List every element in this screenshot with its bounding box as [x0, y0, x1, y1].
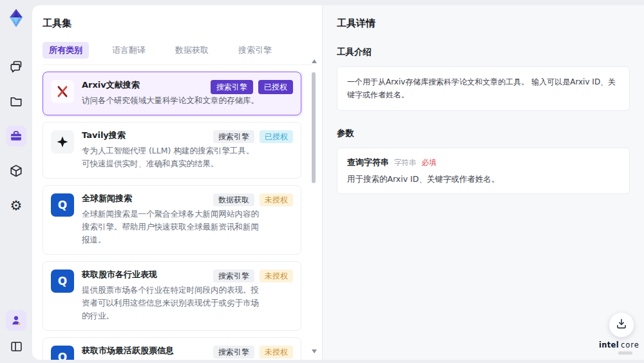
param-required-flag: 必填 — [422, 158, 437, 168]
tab-data-fetching[interactable]: 数据获取 — [169, 42, 215, 59]
tab-search-engine[interactable]: 搜索引擎 — [232, 42, 278, 59]
category-badge: 搜索引擎 — [211, 80, 253, 94]
auth-status-badge: 未授权 — [260, 193, 293, 206]
main-content-card: 工具集 所有类别 语言翻译 数据获取 搜索引擎 Arxiv文献搜索 访问各个研究… — [32, 5, 644, 360]
param-type: 字符串 — [394, 158, 417, 168]
param-desc: 用于搜索的Arxiv ID、关键字或作者姓名。 — [347, 174, 620, 185]
download-icon — [615, 317, 628, 333]
sparkle-star-logo-icon — [51, 130, 74, 153]
nav-packages-button[interactable] — [6, 161, 26, 181]
user-profile-button[interactable] — [6, 310, 26, 331]
auth-status-badge: 已授权 — [258, 80, 293, 94]
tool-desc: 全球新闻搜索是一个聚合全球各大新闻网站内容的搜索引擎。帮助用户快速获取全球最新资… — [82, 208, 260, 246]
folder-icon — [9, 94, 23, 108]
detail-title: 工具详情 — [337, 17, 630, 30]
intro-heading: 工具介绍 — [337, 46, 630, 58]
q-search-logo-icon: Q — [51, 346, 74, 360]
tool-list: Arxiv文献搜索 访问各个研究领域大量科学论文和文章的存储库。 搜索引擎 已授… — [43, 72, 312, 360]
download-button[interactable] — [609, 313, 634, 337]
tool-item-tavily[interactable]: Tavily搜索 专为人工智能代理 (LLM) 构建的搜索引擎工具。可快速提供实… — [43, 122, 301, 179]
page-title: 工具集 — [43, 17, 312, 30]
arxiv-x-logo-icon — [51, 80, 74, 103]
nav-settings-button[interactable]: ⚙ — [6, 195, 26, 216]
auth-status-badge: 未授权 — [260, 346, 293, 358]
list-scrollbar[interactable] — [311, 59, 316, 353]
core-logo-text: core — [621, 340, 639, 349]
auth-status-badge: 未授权 — [260, 270, 293, 282]
scrollbar-thumb[interactable] — [312, 72, 316, 183]
tool-item-sector-performance[interactable]: Q 获取股市各行业表现 提供股票市场各个行业在特定时间段内的表现。投资者可以利用… — [43, 261, 301, 331]
tool-item-global-news[interactable]: Q 全球新闻搜索 全球新闻搜索是一个聚合全球各大新闻网站内容的搜索引擎。帮助用户… — [43, 185, 301, 255]
tool-list-panel: 工具集 所有类别 语言翻译 数据获取 搜索引擎 Arxiv文献搜索 访问各个研究… — [32, 5, 322, 360]
package-icon — [9, 164, 23, 178]
intel-core-logo: intelcore — [599, 340, 635, 355]
intro-box: 一个用于从Arxiv存储库搜索科学论文和文章的工具。 输入可以是Arxiv ID… — [337, 66, 630, 111]
scroll-down-arrow-icon[interactable] — [312, 349, 317, 353]
category-badge: 搜索引擎 — [213, 270, 254, 282]
scroll-up-arrow-icon[interactable] — [312, 59, 317, 63]
category-tabs: 所有类别 语言翻译 数据获取 搜索引擎 — [43, 42, 312, 65]
panel-toggle-icon — [10, 340, 23, 353]
category-badge: 搜索引擎 — [213, 130, 254, 143]
tool-detail-panel: 工具详情 工具介绍 一个用于从Arxiv存储库搜索科学论文和文章的工具。 输入可… — [322, 5, 644, 360]
tool-item-arxiv[interactable]: Arxiv文献搜索 访问各个研究领域大量科学论文和文章的存储库。 搜索引擎 已授… — [43, 72, 301, 115]
nav-chat-button[interactable] — [6, 56, 26, 77]
gear-icon: ⚙ — [10, 199, 23, 213]
tool-desc: 提供当天交易量最高的股票列表。投资者可以利用这些信息来识别流动性强的股票和潜在的… — [82, 359, 260, 360]
intel-logo-text: intel — [599, 340, 619, 349]
auth-status-badge: 已授权 — [260, 130, 293, 143]
tab-language-translation[interactable]: 语言翻译 — [106, 42, 152, 59]
intel-core-sub-badge — [618, 351, 632, 355]
collapse-panel-button[interactable] — [6, 336, 26, 357]
param-name: 查询字符串 — [347, 157, 389, 168]
tool-desc: 访问各个研究领域大量科学论文和文章的存储库。 — [82, 94, 259, 107]
user-icon — [10, 314, 23, 327]
params-heading: 参数 — [337, 128, 630, 139]
toolbox-icon — [9, 129, 23, 143]
tool-desc: 专为人工智能代理 (LLM) 构建的搜索引擎工具。可快速提供实时、准确和真实的结… — [82, 144, 260, 170]
app-logo-gem-icon[interactable] — [5, 7, 27, 29]
intro-text: 一个用于从Arxiv存储库搜索科学论文和文章的工具。 输入可以是Arxiv ID… — [347, 75, 620, 102]
left-rail: ⚙ — [0, 0, 32, 363]
tool-desc: 提供股票市场各个行业在特定时间段内的表现。投资者可以利用这些信息来识别表现优于或… — [82, 284, 260, 322]
q-search-logo-icon: Q — [51, 193, 74, 217]
nav-files-button[interactable] — [6, 91, 26, 112]
tool-item-most-active-stocks[interactable]: Q 获取市场最活跃股票信息 提供当天交易量最高的股票列表。投资者可以利用这些信息… — [43, 337, 301, 360]
param-box: 查询字符串 字符串 必填 用于搜索的Arxiv ID、关键字或作者姓名。 — [337, 148, 630, 194]
category-badge: 搜索引擎 — [213, 346, 254, 358]
tab-all-categories[interactable]: 所有类别 — [43, 42, 89, 59]
q-search-logo-icon: Q — [51, 270, 74, 293]
category-badge: 数据获取 — [213, 193, 254, 206]
chat-icon — [9, 59, 23, 74]
nav-tools-button[interactable] — [6, 126, 26, 146]
